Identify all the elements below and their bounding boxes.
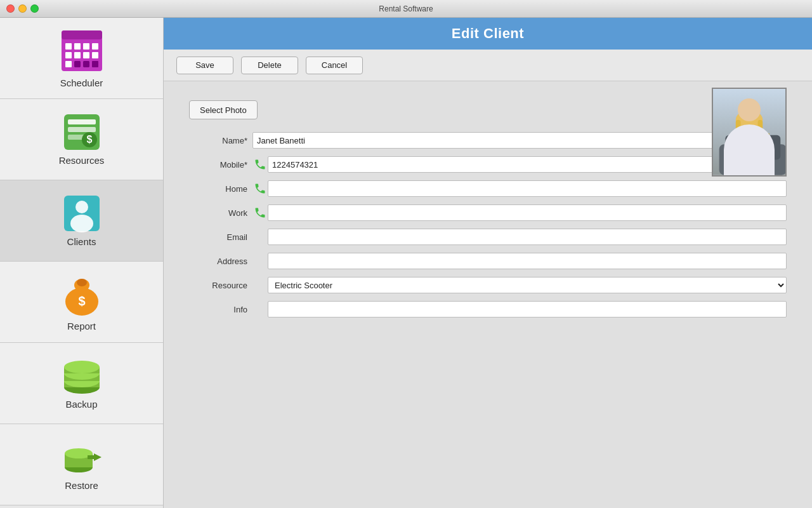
name-input[interactable] — [252, 132, 787, 149]
main-content: Edit Client Save Delete Cancel Select Ph… — [164, 18, 812, 508]
svg-rect-13 — [92, 61, 98, 67]
mobile-row: Mobile* — [189, 156, 787, 173]
email-row: Email — [189, 229, 787, 245]
title-bar: Rental Software — [0, 0, 812, 18]
svg-text:$: $ — [78, 294, 85, 308]
svg-rect-4 — [83, 43, 89, 50]
maximize-button[interactable] — [30, 4, 39, 13]
resources-label: Resources — [59, 155, 105, 166]
clients-icon — [63, 194, 101, 232]
svg-rect-8 — [83, 52, 89, 58]
mobile-phone-icon — [252, 158, 268, 171]
photo-frame — [712, 88, 787, 177]
backup-icon — [60, 357, 104, 395]
svg-rect-5 — [92, 43, 98, 50]
svg-point-44 — [731, 141, 768, 177]
minimize-button[interactable] — [18, 4, 27, 13]
sidebar-item-scheduler[interactable]: Scheduler — [0, 18, 163, 99]
scheduler-icon — [59, 28, 105, 74]
work-label: Work — [189, 208, 252, 218]
mobile-input[interactable] — [268, 156, 787, 173]
name-row: Name* — [189, 132, 787, 149]
home-input[interactable] — [268, 180, 787, 197]
info-row: Info — [189, 301, 787, 318]
toolbar: Save Delete Cancel — [164, 50, 812, 81]
photo-section: Select Photo — [189, 94, 787, 119]
edit-client-title: Edit Client — [452, 25, 524, 42]
work-phone-icon — [252, 206, 268, 219]
svg-rect-1 — [62, 30, 102, 39]
restore-icon — [60, 438, 104, 476]
report-icon: $ — [63, 272, 101, 317]
svg-rect-9 — [92, 52, 98, 58]
svg-point-35 — [64, 361, 100, 373]
scheduler-label: Scheduler — [60, 77, 103, 88]
svg-rect-7 — [74, 52, 81, 58]
sidebar-item-resources[interactable]: $ Resources — [0, 99, 163, 180]
info-input[interactable] — [268, 301, 787, 318]
address-input[interactable] — [268, 253, 787, 269]
sidebar-item-backup[interactable]: Backup — [0, 343, 163, 424]
svg-rect-43 — [725, 135, 780, 160]
sidebar-item-report[interactable]: $ Report — [0, 262, 163, 343]
work-row: Work — [189, 204, 787, 221]
cancel-button[interactable]: Cancel — [306, 57, 363, 74]
report-label: Report — [67, 321, 96, 331]
window-title: Rental Software — [379, 4, 433, 13]
photo-image — [713, 88, 785, 177]
address-row: Address — [189, 253, 787, 269]
edit-client-header: Edit Client — [164, 18, 812, 50]
form-area: Select Photo — [164, 81, 812, 508]
svg-rect-45 — [735, 138, 764, 157]
svg-point-23 — [75, 201, 88, 213]
close-button[interactable] — [6, 4, 15, 13]
name-label: Name* — [189, 136, 252, 145]
home-label: Home — [189, 184, 252, 194]
window-controls — [6, 4, 39, 13]
clients-label: Clients — [67, 236, 96, 247]
svg-rect-3 — [74, 43, 81, 50]
resource-label: Resource — [189, 281, 252, 290]
select-photo-button[interactable]: Select Photo — [189, 100, 258, 119]
svg-rect-10 — [65, 61, 72, 67]
svg-rect-17 — [68, 119, 96, 124]
sidebar: Scheduler $ Resources Clients — [0, 18, 164, 508]
delete-button[interactable]: Delete — [241, 57, 298, 74]
svg-rect-49 — [758, 120, 763, 137]
sidebar-item-clients[interactable]: Clients — [0, 180, 163, 262]
svg-point-47 — [736, 110, 763, 130]
email-label: Email — [189, 232, 252, 242]
svg-rect-48 — [736, 120, 741, 137]
svg-rect-41 — [713, 89, 785, 175]
svg-rect-40 — [88, 455, 95, 459]
svg-point-27 — [77, 279, 87, 286]
svg-point-24 — [70, 215, 93, 232]
work-input[interactable] — [268, 204, 787, 221]
resource-row: Resource Electric Scooter Car Bicycle Sc… — [189, 277, 787, 293]
svg-rect-18 — [68, 127, 96, 132]
resources-icon: $ — [63, 113, 101, 151]
svg-point-51 — [758, 132, 764, 138]
svg-rect-2 — [65, 43, 72, 50]
save-button[interactable]: Save — [176, 57, 233, 74]
backup-label: Backup — [65, 399, 97, 410]
client-photo — [713, 89, 785, 175]
mobile-label: Mobile* — [189, 160, 252, 170]
svg-text:$: $ — [86, 134, 92, 145]
app-layout: Scheduler $ Resources Clients — [0, 18, 812, 508]
svg-rect-14 — [83, 61, 89, 67]
resource-select[interactable]: Electric Scooter Car Bicycle Scooter — [268, 277, 787, 293]
svg-rect-6 — [65, 52, 72, 58]
home-row: Home — [189, 180, 787, 197]
home-phone-icon — [252, 182, 268, 195]
address-label: Address — [189, 257, 252, 266]
restore-label: Restore — [65, 480, 98, 491]
sidebar-item-restore[interactable]: Restore — [0, 424, 163, 505]
info-label: Info — [189, 305, 252, 314]
email-input[interactable] — [268, 229, 787, 245]
svg-rect-50 — [734, 140, 764, 157]
svg-rect-15 — [74, 61, 81, 67]
svg-rect-52 — [762, 133, 769, 135]
